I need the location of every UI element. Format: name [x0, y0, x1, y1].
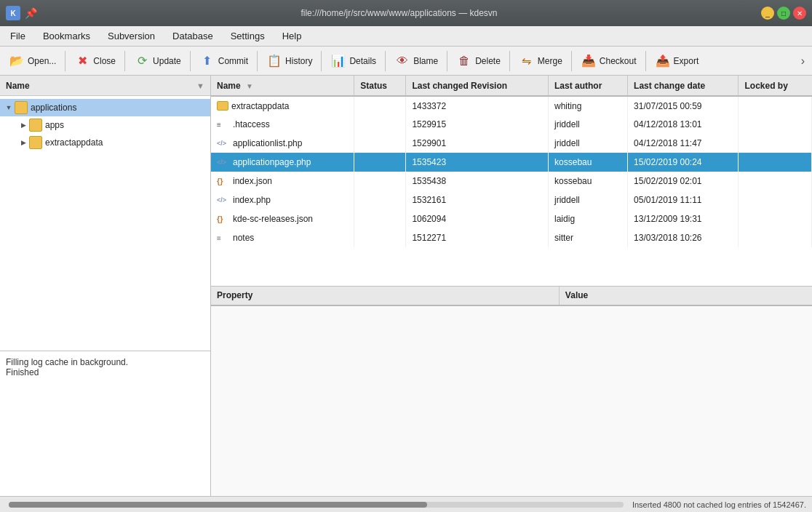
- details-button[interactable]: 📊Details: [325, 51, 382, 71]
- col-header-revision[interactable]: Last changed Revision: [406, 76, 549, 96]
- cell-author-7: sitter: [549, 228, 628, 247]
- json-icon: {}: [217, 177, 231, 185]
- table-row[interactable]: </> index.php 1532161 jriddell 05/01/201…: [211, 191, 812, 209]
- export-button[interactable]: 📤Export: [649, 51, 705, 71]
- folder-icon-applications: [15, 101, 28, 114]
- menu-item-database[interactable]: Database: [165, 28, 220, 44]
- toolbar-separator-0: [65, 51, 65, 71]
- cell-status-0: [354, 96, 406, 115]
- tree-label-applications: applications: [31, 103, 76, 113]
- table-row[interactable]: </> applicationlist.php 1529901 jriddell…: [211, 134, 812, 153]
- log-pane: Filling log cache in background. Finishe…: [0, 351, 211, 496]
- menu-item-help[interactable]: Help: [275, 28, 309, 44]
- prop-col-value[interactable]: Value: [559, 287, 812, 305]
- titlebar-left: K 📌: [6, 6, 37, 20]
- tree-node-apps[interactable]: ▶ apps: [0, 116, 210, 134]
- maximize-button[interactable]: □: [777, 7, 790, 20]
- tree-sort-icon[interactable]: ▼: [196, 81, 204, 90]
- folder-icon-apps: [29, 119, 42, 132]
- table-row[interactable]: ≡ notes 1512271 sitter 13/03/2018 10:26: [211, 228, 812, 247]
- toolbar-separator-9: [645, 51, 646, 71]
- expand-applications[interactable]: ▼: [3, 104, 15, 111]
- cell-name-6: {} kde-sc-releases.json: [211, 209, 354, 228]
- delete-button[interactable]: 🗑Delete: [450, 51, 506, 71]
- cell-date-1: 04/12/2018 13:01: [628, 115, 739, 134]
- menu-item-file[interactable]: File: [3, 28, 33, 44]
- cell-name-7: ≡ notes: [211, 228, 354, 247]
- table-row[interactable]: {} kde-sc-releases.json 1062094 laidig 1…: [211, 209, 812, 228]
- toolbar-separator-4: [321, 51, 322, 71]
- table-row[interactable]: {} index.json 1535438 kossebau 15/02/201…: [211, 172, 812, 191]
- open-button[interactable]: 📂Open...: [3, 51, 62, 71]
- col-header-author[interactable]: Last author: [549, 76, 628, 96]
- cell-name-3: </> applicationpage.php: [211, 153, 354, 172]
- tree-name-label: Name: [6, 81, 30, 91]
- open-button-icon: 📂: [9, 53, 25, 69]
- col-header-status[interactable]: Status: [354, 76, 406, 96]
- checkout-button[interactable]: 📥Checkout: [575, 51, 642, 71]
- cell-author-4: kossebau: [549, 172, 628, 191]
- cell-locked-4: [739, 172, 812, 191]
- tree-node-extractappdata[interactable]: ▶ extractappdata: [0, 134, 210, 151]
- col-sort-icon: ▼: [246, 82, 253, 90]
- blame-button[interactable]: 👁Blame: [389, 51, 444, 71]
- cell-revision-0: 1433372: [406, 96, 549, 115]
- commit-button-label: Commit: [218, 56, 248, 66]
- scrollbar[interactable]: [9, 502, 624, 508]
- toolbar: 📂Open...✖Close⟳Update⬆Commit📋History📊Det…: [0, 47, 812, 76]
- col-header-locked[interactable]: Locked by: [739, 76, 812, 96]
- menu-item-settings[interactable]: Settings: [223, 28, 272, 44]
- cell-name-2: </> applicationlist.php: [211, 134, 354, 153]
- prop-col-property[interactable]: Property: [211, 287, 559, 305]
- close-window-button[interactable]: ✕: [793, 7, 806, 20]
- cell-name-1: ≡ .htaccess: [211, 115, 354, 134]
- cell-date-7: 13/03/2018 10:26: [628, 228, 739, 247]
- table-row[interactable]: extractappdata 1433372 whiting 31/07/201…: [211, 96, 812, 115]
- minimize-button[interactable]: _: [761, 7, 774, 20]
- folder-icon-extractappdata: [29, 136, 42, 149]
- cell-status-2: [354, 134, 406, 153]
- close-button-icon: ✖: [74, 53, 90, 69]
- cell-author-6: laidig: [549, 209, 628, 228]
- right-pane: Name ▼ Status Last changed Revision Last…: [211, 76, 812, 496]
- history-button[interactable]: 📋History: [260, 51, 318, 71]
- delete-button-icon: 🗑: [456, 53, 472, 69]
- menu-item-bookmarks[interactable]: Bookmarks: [36, 28, 97, 44]
- col-header-date[interactable]: Last change date: [628, 76, 739, 96]
- folder-icon-sm: [217, 101, 228, 111]
- export-button-icon: 📤: [655, 53, 671, 69]
- cell-revision-2: 1529901: [406, 134, 549, 153]
- update-button[interactable]: ⟳Update: [128, 51, 187, 71]
- cell-status-1: [354, 115, 406, 134]
- cell-date-4: 15/02/2019 02:01: [628, 172, 739, 191]
- cell-locked-0: [739, 96, 812, 115]
- scrollbar-fill: [9, 502, 427, 508]
- close-button-label: Close: [93, 56, 116, 66]
- menu-item-subversion[interactable]: Subversion: [100, 28, 162, 44]
- close-button[interactable]: ✖Close: [68, 51, 122, 71]
- cell-status-5: [354, 191, 406, 209]
- expand-extractappdata[interactable]: ▶: [17, 139, 29, 146]
- export-button-label: Export: [674, 56, 699, 66]
- toolbar-separator-2: [190, 51, 191, 71]
- expand-apps[interactable]: ▶: [17, 121, 29, 129]
- cell-date-3: 15/02/2019 00:24: [628, 153, 739, 172]
- tree-node-applications[interactable]: ▼ applications: [0, 99, 210, 116]
- commit-button[interactable]: ⬆Commit: [194, 51, 254, 71]
- delete-button-label: Delete: [475, 56, 501, 66]
- tree-label-extractappdata: extractappdata: [45, 137, 103, 148]
- cell-revision-1: 1529915: [406, 115, 549, 134]
- col-header-name[interactable]: Name ▼: [211, 76, 354, 96]
- cell-locked-3: [739, 153, 812, 172]
- cell-revision-5: 1532161: [406, 191, 549, 209]
- checkout-button-icon: 📥: [581, 53, 597, 69]
- toolbar-separator-5: [385, 51, 386, 71]
- cell-date-0: 31/07/2015 00:59: [628, 96, 739, 115]
- pin-icon[interactable]: 📌: [25, 7, 37, 19]
- table-row[interactable]: </> applicationpage.php 1535423 kossebau…: [211, 153, 812, 172]
- merge-button[interactable]: ⇋Merge: [513, 51, 568, 71]
- cell-name-0: extractappdata: [211, 96, 354, 115]
- table-row[interactable]: ≡ .htaccess 1529915 jriddell 04/12/2018 …: [211, 115, 812, 134]
- tree-label-apps: apps: [45, 120, 64, 130]
- toolbar-more-button[interactable]: ›: [797, 52, 809, 71]
